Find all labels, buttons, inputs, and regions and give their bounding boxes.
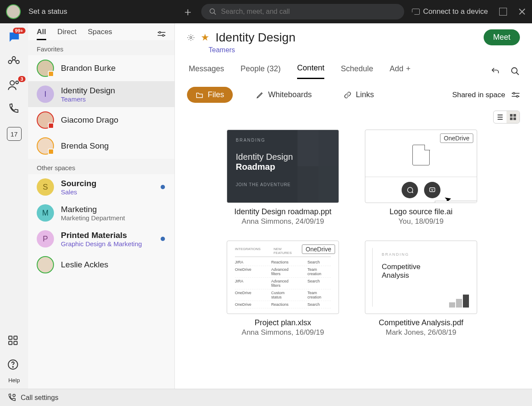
sidebar-item-giacomo[interactable]: Giacomo Drago: [28, 107, 174, 133]
content-tab-links[interactable]: Links: [335, 87, 383, 103]
file-meta: Anna Simmons, 24/09/19: [227, 217, 339, 226]
view-grid-button[interactable]: [507, 111, 519, 123]
new-action-button[interactable]: ＋: [182, 4, 193, 19]
window-close[interactable]: [518, 8, 526, 16]
file-thumbnail: BRANDING Competitive Analysis: [365, 241, 477, 314]
tab-content[interactable]: Content: [297, 63, 324, 79]
nav-contacts[interactable]: 3: [7, 79, 21, 92]
svg-point-22: [513, 92, 515, 94]
tab-schedule[interactable]: Schedule: [341, 64, 373, 79]
content-type-tabs: Files Whiteboards Links Shared in space: [175, 79, 532, 111]
onedrive-badge: OneDrive: [440, 133, 473, 143]
sidebar-filter-icon[interactable]: [157, 31, 166, 37]
search-in-space-icon[interactable]: [510, 67, 520, 76]
svg-point-5: [10, 81, 14, 85]
svg-point-4: [16, 60, 19, 64]
nav-calls[interactable]: [7, 103, 21, 117]
svg-rect-8: [14, 336, 17, 339]
svg-point-29: [13, 394, 16, 396]
nav-help[interactable]: [7, 359, 21, 373]
unread-dot: [161, 237, 165, 241]
space-avatar: I: [37, 86, 54, 103]
sidebar-item-leslie[interactable]: Leslie Ackles: [28, 252, 174, 278]
nav-rail: 99+ 3 17 Help: [0, 23, 28, 389]
space-settings-icon[interactable]: [187, 34, 195, 41]
nav-help-label: Help: [8, 377, 20, 384]
tab-messages[interactable]: Messages: [189, 64, 224, 79]
sidebar-item-sublabel: Teamers: [61, 95, 115, 103]
file-card[interactable]: OneDrive ➤ Update file share Logo source…: [365, 130, 477, 226]
svg-rect-9: [9, 341, 12, 345]
nav-apps[interactable]: [7, 335, 21, 349]
nav-teams[interactable]: [7, 54, 21, 68]
sidebar-section-favorites: Favorites: [28, 40, 174, 55]
content-tab-files[interactable]: Files: [187, 87, 233, 103]
sidebar-item-sublabel: Marketing Department: [61, 214, 125, 222]
svg-point-0: [210, 9, 215, 13]
tab-people[interactable]: People (32): [241, 64, 281, 79]
filter-icon[interactable]: [511, 92, 520, 98]
file-name: Competitive Analysis.pdf: [365, 318, 477, 327]
space-team-link[interactable]: Teamers: [209, 46, 520, 54]
space-title: Identity Design: [215, 31, 295, 44]
content-tab-label: Whiteboards: [268, 90, 312, 99]
sidebar-tab-all[interactable]: All: [37, 28, 46, 40]
view-list-button[interactable]: ☰: [494, 111, 507, 123]
file-card[interactable]: OneDrive INTEGRATIONSNEW FEATURESIMPROVE…: [227, 241, 339, 337]
sidebar-item-marketing[interactable]: M Marketing Marketing Department: [28, 200, 174, 226]
nav-messaging[interactable]: 99+: [7, 30, 21, 44]
file-card[interactable]: BRANDING Identity Design Roadmap JOIN TH…: [227, 130, 339, 226]
sidebar-item-printed[interactable]: P Printed Materials Graphic Design & Mar…: [28, 226, 174, 252]
space-sidebar: All Direct Spaces Favorites Brandon Burk…: [28, 23, 175, 389]
call-settings-label[interactable]: Call settings: [21, 394, 58, 402]
self-avatar[interactable]: [6, 4, 21, 19]
file-icon: [412, 145, 430, 165]
file-share-update-button[interactable]: [424, 182, 440, 198]
file-name: Project plan.xlsx: [227, 318, 339, 327]
sidebar-tab-spaces[interactable]: Spaces: [88, 28, 112, 40]
search-input[interactable]: [221, 8, 396, 16]
favorite-star-icon[interactable]: ★: [201, 32, 209, 43]
file-card[interactable]: BRANDING Competitive Analysis Competitiv…: [365, 241, 477, 337]
svg-point-12: [13, 367, 13, 368]
calendar-day-number: 17: [10, 130, 18, 138]
sidebar-item-label: Brenda Song: [61, 141, 109, 151]
sidebar-tab-direct[interactable]: Direct: [57, 28, 76, 40]
search-icon: [209, 8, 217, 16]
sidebar-item-identity-design[interactable]: I Identity Design Teamers: [28, 81, 174, 107]
svg-line-1: [214, 13, 216, 15]
set-status[interactable]: Set a status: [28, 7, 67, 16]
sidebar-item-brenda[interactable]: Brenda Song: [28, 133, 174, 159]
shared-in-space[interactable]: Shared in space: [452, 91, 505, 99]
svg-line-19: [516, 73, 519, 75]
tab-add-label: Add: [390, 64, 403, 73]
connect-device[interactable]: Connect to a device: [412, 7, 488, 16]
meet-button[interactable]: Meet: [484, 29, 520, 45]
sidebar-section-other: Other spaces: [28, 159, 174, 174]
svg-point-6: [16, 81, 18, 84]
tab-add[interactable]: Add+: [390, 64, 411, 79]
search-box[interactable]: [201, 4, 404, 19]
thumb-kicker: BRANDING: [382, 252, 466, 257]
cast-icon: [412, 9, 420, 15]
nav-messaging-badge: 99+: [13, 28, 25, 34]
sidebar-item-sourcing[interactable]: S Sourcing Sales: [28, 174, 174, 200]
svg-point-17: [190, 36, 192, 38]
nav-calendar[interactable]: 17: [7, 127, 22, 141]
sidebar-item-sublabel: Graphic Design & Marketing: [61, 240, 142, 247]
sidebar-item-brandon[interactable]: Brandon Burke: [28, 55, 174, 81]
window-maximize[interactable]: [499, 8, 507, 16]
file-chat-button[interactable]: [402, 182, 418, 198]
svg-rect-26: [510, 117, 513, 120]
unread-dot: [161, 185, 165, 189]
sidebar-item-label: Printed Materials: [61, 231, 142, 240]
svg-rect-28: [430, 187, 435, 191]
main-panel: ★ Identity Design Meet Teamers Messages …: [175, 23, 532, 389]
content-tab-whiteboards[interactable]: Whiteboards: [247, 87, 320, 103]
file-thumbnail: OneDrive INTEGRATIONSNEW FEATURESIMPROVE…: [227, 241, 339, 314]
svg-rect-25: [513, 114, 516, 117]
reply-icon[interactable]: [491, 67, 500, 76]
tooltip: Update file share: [435, 201, 477, 203]
sidebar-item-label: Identity Design: [61, 86, 115, 95]
call-settings-icon[interactable]: [7, 393, 16, 403]
